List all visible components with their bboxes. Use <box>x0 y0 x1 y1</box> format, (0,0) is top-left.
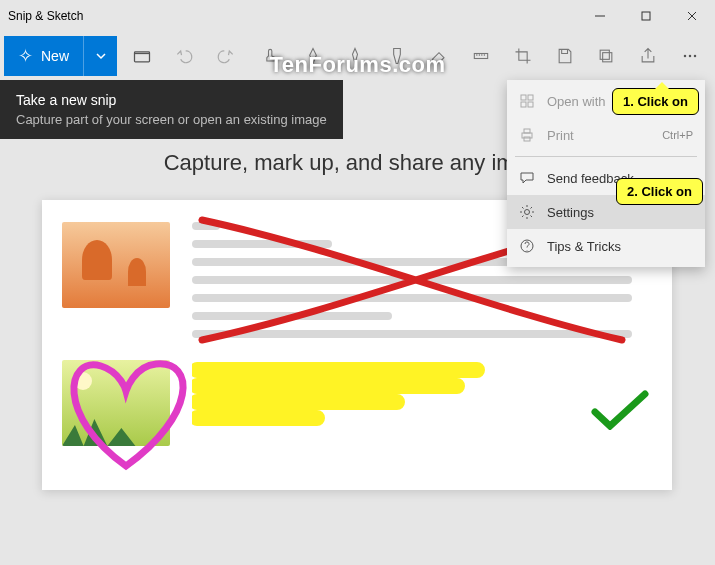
svg-point-7 <box>694 55 697 58</box>
menu-separator <box>515 156 697 157</box>
svg-point-6 <box>689 55 692 58</box>
menu-label: Settings <box>547 205 594 220</box>
crop-button[interactable] <box>502 36 544 76</box>
more-button[interactable] <box>669 36 711 76</box>
redo-button[interactable] <box>205 36 247 76</box>
open-file-button[interactable] <box>121 36 163 76</box>
svg-rect-9 <box>528 95 533 100</box>
plus-icon: ✧ <box>18 47 33 65</box>
new-dropdown-button[interactable] <box>83 36 117 76</box>
window-title: Snip & Sketch <box>8 9 577 23</box>
save-button[interactable] <box>544 36 586 76</box>
ruler-button[interactable] <box>460 36 502 76</box>
share-button[interactable] <box>627 36 669 76</box>
svg-point-15 <box>525 210 530 215</box>
tooltip-sub: Capture part of your screen or open an e… <box>16 112 327 127</box>
copy-button[interactable] <box>585 36 627 76</box>
print-icon <box>519 127 535 143</box>
green-check-annotation <box>590 390 650 430</box>
yellow-highlight-annotation <box>192 358 492 428</box>
svg-rect-3 <box>603 53 612 62</box>
svg-rect-10 <box>521 102 526 107</box>
open-with-icon <box>519 93 535 109</box>
callout-1: 1. Click on <box>612 88 699 115</box>
menu-tips[interactable]: Tips & Tricks <box>507 229 705 263</box>
new-tooltip: Take a new snip Capture part of your scr… <box>0 80 343 139</box>
menu-label: Tips & Tricks <box>547 239 621 254</box>
new-button[interactable]: ✧ New <box>4 36 117 76</box>
maximize-button[interactable] <box>623 0 669 32</box>
svg-point-5 <box>684 55 687 58</box>
menu-print: Print Ctrl+P <box>507 118 705 152</box>
watermark-text: TenForums.com <box>269 52 445 78</box>
svg-rect-4 <box>601 50 610 59</box>
undo-button[interactable] <box>163 36 205 76</box>
svg-rect-8 <box>521 95 526 100</box>
menu-shortcut: Ctrl+P <box>662 129 693 141</box>
svg-rect-2 <box>474 54 487 59</box>
tooltip-heading: Take a new snip <box>16 92 327 108</box>
menu-label: Print <box>547 128 574 143</box>
callout-2: 2. Click on <box>616 178 703 205</box>
new-button-label: New <box>41 48 69 64</box>
feedback-icon <box>519 170 535 186</box>
minimize-button[interactable] <box>577 0 623 32</box>
svg-rect-13 <box>524 129 530 133</box>
titlebar: Snip & Sketch <box>0 0 715 32</box>
help-icon <box>519 238 535 254</box>
svg-rect-0 <box>642 12 650 20</box>
svg-rect-11 <box>528 102 533 107</box>
pink-heart-annotation <box>46 346 206 476</box>
menu-label: Open with <box>547 94 606 109</box>
close-button[interactable] <box>669 0 715 32</box>
sample-thumb-balloons <box>62 222 170 308</box>
gear-icon <box>519 204 535 220</box>
